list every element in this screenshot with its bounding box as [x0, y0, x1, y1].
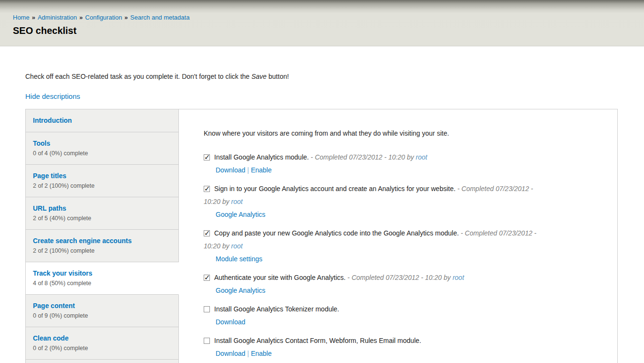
task-links: Download|Enable	[216, 347, 538, 360]
task-line: Sign in to your Google Analytics account…	[204, 182, 538, 208]
task-item: Install Google Analytics module. - Compl…	[204, 151, 538, 177]
sidebar-tab[interactable]: Track your visitors 4 of 8 (50%) complet…	[26, 262, 179, 295]
task-action-link[interactable]: Enable	[251, 350, 272, 357]
save-word: Save	[251, 73, 267, 80]
completed-user-link[interactable]: root	[416, 153, 427, 161]
intro-text: Check off each SEO-related task as you c…	[25, 73, 644, 81]
sidebar-tab[interactable]: Page content 0 of 9 (0%) complete	[26, 295, 179, 327]
sidebar-tab-label: URL paths	[33, 203, 171, 214]
task-item: Copy and paste your new Google Analytics…	[204, 227, 538, 266]
intro-text-before: Check off each SEO-related task as you c…	[25, 73, 251, 80]
task-action-link[interactable]: Google Analytics	[216, 211, 265, 218]
task-completed-note: - Completed 07/23/2012 - 10:20 by root	[345, 274, 464, 281]
task-links: Module settings	[216, 253, 538, 266]
sidebar-tab-summary: 0 of 9 (0%) complete	[33, 311, 171, 320]
task-checkbox[interactable]	[204, 230, 210, 236]
task-completed-note: - Completed 07/23/2012 - 10:20 by root	[309, 153, 427, 161]
breadcrumb-separator: »	[125, 14, 128, 21]
task-pane: Know where your visitors are coming from…	[179, 109, 617, 363]
sidebar-tab-label: Create search engine accounts	[33, 235, 171, 246]
breadcrumb-link[interactable]: Configuration	[85, 14, 122, 21]
checklist-container: Introduction Tools 0 of 4 (0%) complete …	[25, 109, 618, 363]
task-line: Install Google Analytics Tokenizer modul…	[204, 303, 538, 316]
task-label[interactable]: Sign in to your Google Analytics account…	[214, 185, 456, 192]
task-checkbox[interactable]	[204, 186, 210, 192]
task-action-link[interactable]: Download	[216, 166, 245, 174]
page-header: Home»Administration»Configuration»Search…	[0, 0, 644, 46]
sidebar-tab-label: Tools	[33, 138, 171, 149]
sidebar-tab-summary: 0 of 4 (0%) complete	[33, 149, 171, 158]
task-label[interactable]: Authenticate your site with Google Analy…	[214, 274, 345, 281]
sidebar-tab-label: Track your visitors	[33, 268, 171, 278]
task-item: Install Google Analytics Tokenizer modul…	[204, 303, 538, 329]
sidebar-tab-summary: 2 of 2 (100%) complete	[33, 246, 171, 256]
sidebar-tab[interactable]: Introduction	[26, 109, 179, 132]
link-separator: |	[247, 350, 249, 357]
task-action-link[interactable]: Google Analytics	[216, 287, 265, 294]
task-list: Install Google Analytics module. - Compl…	[204, 151, 598, 360]
sidebar-tab[interactable]: URL paths 2 of 5 (40%) complete	[26, 197, 179, 230]
sidebar-tabs: Introduction Tools 0 of 4 (0%) complete …	[26, 109, 179, 363]
completed-user-link[interactable]: root	[231, 242, 243, 250]
breadcrumb: Home»Administration»Configuration»Search…	[13, 14, 644, 21]
page-title: SEO checklist	[13, 25, 644, 36]
task-line: Authenticate your site with Google Analy…	[204, 271, 538, 284]
task-action-link[interactable]: Module settings	[216, 255, 262, 263]
task-label[interactable]: Copy and paste your new Google Analytics…	[214, 229, 459, 237]
breadcrumb-link[interactable]: Home	[13, 14, 30, 21]
sidebar-tab[interactable]: Clean code 0 of 2 (0%) complete	[26, 327, 179, 360]
link-separator: |	[247, 166, 249, 174]
breadcrumb-link[interactable]: Administration	[38, 14, 77, 21]
completed-user-link[interactable]: root	[453, 274, 464, 281]
task-line: Install Google Analytics Contact Form, W…	[204, 334, 538, 347]
task-line: Install Google Analytics module. - Compl…	[204, 151, 538, 164]
task-item: Authenticate your site with Google Analy…	[204, 271, 538, 297]
task-checkbox[interactable]	[204, 306, 210, 312]
sidebar-tab-summary: 4 of 8 (50%) complete	[33, 279, 171, 288]
hide-descriptions-link[interactable]: Hide descriptions	[25, 92, 80, 100]
task-line: Copy and paste your new Google Analytics…	[204, 227, 538, 253]
task-links: Google Analytics	[216, 208, 538, 221]
task-action-link[interactable]: Download	[216, 318, 245, 326]
sidebar-tab-summary: 2 of 5 (40%) complete	[33, 214, 171, 223]
sidebar-tab-summary: 2 of 2 (100%) complete	[33, 182, 171, 191]
task-links: Download|Enable	[216, 164, 538, 177]
task-item: Sign in to your Google Analytics account…	[204, 182, 538, 221]
task-action-link[interactable]: Enable	[251, 166, 272, 174]
sidebar-tab[interactable]: Tools 0 of 4 (0%) complete	[26, 132, 179, 165]
task-checkbox[interactable]	[204, 154, 210, 160]
breadcrumb-separator: »	[32, 14, 35, 21]
sidebar-tab-label: Page titles	[33, 171, 171, 181]
pane-description: Know where your visitors are coming from…	[204, 128, 598, 138]
sidebar-tab-label: Page content	[33, 300, 171, 311]
sidebar-tab[interactable]: Page titles 2 of 2 (100%) complete	[26, 165, 179, 197]
sidebar-tab-label: Clean code	[33, 333, 171, 343]
sidebar-tab[interactable]: Submit your site to the search	[26, 360, 179, 363]
task-checkbox[interactable]	[204, 338, 210, 344]
breadcrumb-separator: »	[79, 14, 83, 21]
task-label[interactable]: Install Google Analytics Tokenizer modul…	[214, 305, 339, 313]
task-label[interactable]: Install Google Analytics module.	[214, 153, 309, 161]
sidebar-tab-label: Introduction	[33, 115, 171, 126]
task-links: Google Analytics	[216, 284, 538, 297]
breadcrumb-link[interactable]: Search and metadata	[130, 14, 189, 21]
task-item: Install Google Analytics Contact Form, W…	[204, 334, 538, 360]
task-links: Download	[216, 316, 538, 329]
sidebar-tab[interactable]: Create search engine accounts 2 of 2 (10…	[26, 230, 179, 262]
main-content: Check off each SEO-related task as you c…	[0, 46, 644, 363]
intro-text-after: button!	[267, 73, 289, 80]
task-checkbox[interactable]	[204, 275, 210, 281]
sidebar-tab-summary: 0 of 2 (0%) complete	[33, 344, 171, 353]
task-label[interactable]: Install Google Analytics Contact Form, W…	[214, 337, 421, 344]
task-action-link[interactable]: Download	[216, 350, 245, 357]
completed-user-link[interactable]: root	[231, 198, 243, 205]
